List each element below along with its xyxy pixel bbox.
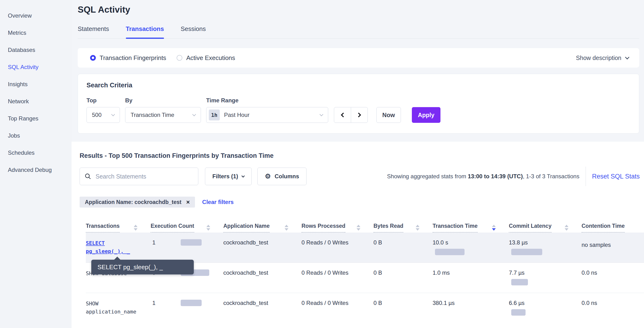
radio-active-executions[interactable]: Active Executions xyxy=(176,54,235,62)
commit-latency-value: 6.6 µs xyxy=(509,300,524,306)
sort-icon-active-desc[interactable] xyxy=(492,225,496,231)
radio-unselected-icon[interactable] xyxy=(176,55,182,61)
show-description-label: Show description xyxy=(576,54,621,61)
time-range-select[interactable]: 1h Past Hour xyxy=(206,107,328,123)
tab-statements[interactable]: Statements xyxy=(78,25,109,38)
chevron-left-icon xyxy=(341,113,346,117)
sidebar-item-advanced-debug[interactable]: Advanced Debug xyxy=(0,162,72,178)
column-label: Execution Count xyxy=(151,223,194,233)
chevron-down-icon xyxy=(192,113,196,116)
time-next-button[interactable] xyxy=(351,107,368,123)
now-button[interactable]: Now xyxy=(376,107,401,123)
execution-count-bar xyxy=(181,239,202,246)
query-tooltip-text: SELECT pg_sleep(_), _ xyxy=(98,264,163,271)
filter-chip[interactable]: Application Name: cockroachdb_test × xyxy=(80,197,195,208)
results-section: Results - Top 500 Transaction Fingerprin… xyxy=(72,142,644,323)
active-filters-row: Application Name: cockroachdb_test × Cle… xyxy=(78,197,644,208)
column-label: Transaction Time xyxy=(432,223,478,233)
columns-button[interactable]: ⚙ Columns xyxy=(258,167,306,185)
sidebar-item-sql-activity[interactable]: SQL Activity xyxy=(0,59,72,76)
tab-bar: Statements Transactions Sessions xyxy=(78,25,639,38)
execution-count-bar xyxy=(181,300,202,306)
column-label: Bytes Read xyxy=(374,223,403,233)
top-label: Top xyxy=(86,97,120,104)
contention-time-value: 0.0 ns xyxy=(582,263,644,293)
gear-icon: ⚙ xyxy=(265,173,271,180)
by-select[interactable]: Transaction Time xyxy=(125,107,201,123)
column-label: Contention Time xyxy=(582,223,625,233)
transaction-time-value: 1.0 ms xyxy=(432,269,450,276)
sidebar-item-jobs[interactable]: Jobs xyxy=(0,127,72,144)
commit-latency-value: 7.7 µs xyxy=(509,269,524,276)
column-header-commit-latency[interactable]: Commit Latency xyxy=(509,218,582,233)
column-header-transaction-time[interactable]: Transaction Time xyxy=(432,218,509,233)
sidebar-item-insights[interactable]: Insights xyxy=(0,76,72,93)
sidebar-item-schedules[interactable]: Schedules xyxy=(0,144,72,162)
sort-icon[interactable] xyxy=(134,225,138,231)
bytes-read-value: 0 B xyxy=(374,233,432,263)
view-mode-card: Transaction Fingerprints Active Executio… xyxy=(78,48,639,68)
sort-icon[interactable] xyxy=(206,225,210,231)
stats-prefix: Showing aggregated stats from xyxy=(387,173,468,179)
column-label: Transactions xyxy=(86,223,120,233)
tab-transactions[interactable]: Transactions xyxy=(126,25,164,38)
view-mode-radio-group: Transaction Fingerprints Active Executio… xyxy=(90,54,235,62)
application-name-value: cockroachdb_test xyxy=(223,293,302,323)
search-input[interactable] xyxy=(96,173,193,180)
chevron-down-icon xyxy=(320,113,324,116)
clear-filters-link[interactable]: Clear filters xyxy=(202,199,234,205)
radio-transaction-fingerprints[interactable]: Transaction Fingerprints xyxy=(90,54,166,62)
chevron-down-icon xyxy=(111,113,115,116)
tab-sessions[interactable]: Sessions xyxy=(181,25,206,38)
column-label: Commit Latency xyxy=(509,223,552,233)
apply-button[interactable]: Apply xyxy=(412,107,440,123)
contention-time-value: 0.0 ns xyxy=(582,293,644,323)
sort-icon[interactable] xyxy=(284,225,288,231)
sidebar-item-top-ranges[interactable]: Top Ranges xyxy=(0,110,72,127)
top-section: SQL Activity Statements Transactions Ses… xyxy=(72,0,644,142)
sort-icon[interactable] xyxy=(356,225,360,231)
table-header-row: Transactions Execution Count Application… xyxy=(86,218,644,233)
table-row: SELECT pg_sleep(_), _ 1 cockroachdb_test… xyxy=(86,233,644,263)
time-range-field: Time Range 1h Past Hour xyxy=(206,97,328,123)
reset-sql-stats-link[interactable]: Reset SQL Stats xyxy=(592,173,644,180)
chevron-right-icon xyxy=(356,113,361,117)
top-select[interactable]: 500 xyxy=(86,107,120,123)
remove-filter-icon[interactable]: × xyxy=(186,199,190,205)
show-description-toggle[interactable]: Show description xyxy=(576,54,629,61)
column-header-transactions[interactable]: Transactions xyxy=(86,218,151,233)
sidebar-item-metrics[interactable]: Metrics xyxy=(0,24,72,41)
sidebar-item-overview[interactable]: Overview xyxy=(0,7,72,24)
filters-button[interactable]: Filters (1) xyxy=(205,167,252,185)
stats-range: 13:00 to 14:39 (UTC) xyxy=(468,173,523,179)
commit-latency-bar xyxy=(511,309,526,316)
commit-latency-bar xyxy=(511,279,528,285)
column-header-rows-processed[interactable]: Rows Processed xyxy=(302,218,374,233)
sidebar-item-network[interactable]: Network xyxy=(0,93,72,110)
stats-suffix: , 1-3 of 3 Transactions xyxy=(523,173,579,179)
column-label: Application Name xyxy=(223,223,270,233)
time-prev-button[interactable] xyxy=(334,107,351,123)
column-header-execution-count[interactable]: Execution Count xyxy=(151,218,223,233)
results-heading: Results - Top 500 Transaction Fingerprin… xyxy=(78,152,644,160)
transaction-fingerprint-link[interactable]: SELECT pg_sleep(_), _ xyxy=(86,240,130,254)
column-header-contention-time[interactable]: Contention Time xyxy=(582,218,644,233)
transaction-fingerprint-text[interactable]: SHOW application_name xyxy=(86,301,136,315)
time-range-value: Past Hour xyxy=(224,112,250,118)
sidebar-item-databases[interactable]: Databases xyxy=(0,41,72,59)
time-range-label: Time Range xyxy=(206,97,328,104)
radio-selected-icon[interactable] xyxy=(90,55,96,61)
results-toolbar: Filters (1) ⚙ Columns Showing aggregated… xyxy=(78,166,644,186)
by-field: By Transaction Time xyxy=(125,97,201,123)
transaction-time-value: 10.0 s xyxy=(432,239,448,246)
radio-label: Transaction Fingerprints xyxy=(100,54,166,62)
sort-icon[interactable] xyxy=(416,225,420,231)
sort-icon[interactable] xyxy=(565,225,568,231)
column-header-application-name[interactable]: Application Name xyxy=(223,218,302,233)
column-header-bytes-read[interactable]: Bytes Read xyxy=(374,218,432,233)
top-field: Top 500 xyxy=(86,97,120,123)
top-select-value: 500 xyxy=(92,112,102,118)
rows-processed-value: 0 Reads / 0 Writes xyxy=(302,263,374,293)
filter-chip-label: Application Name: cockroachdb_test xyxy=(85,199,182,205)
time-pager xyxy=(334,107,368,123)
